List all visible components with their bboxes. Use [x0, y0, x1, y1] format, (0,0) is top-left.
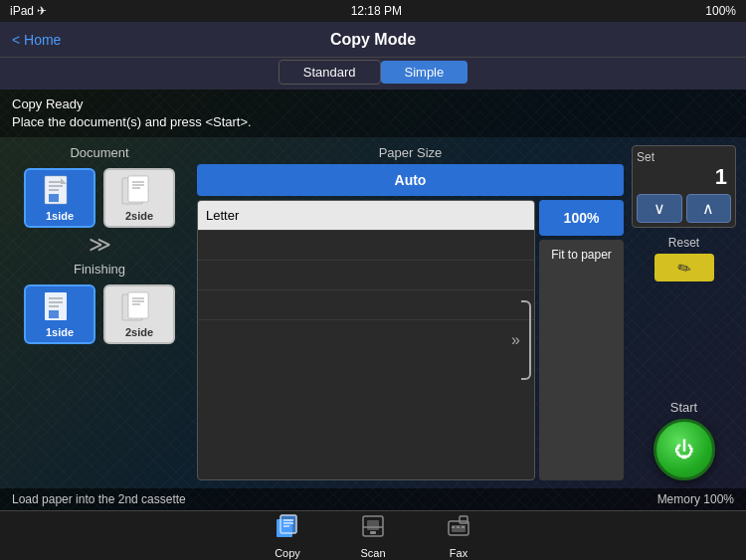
- svg-rect-30: [370, 531, 376, 534]
- bottom-status: Load paper into the 2nd cassette Memory …: [0, 488, 746, 510]
- reset-label: Reset: [668, 236, 699, 250]
- tab-standard[interactable]: Standard: [279, 60, 381, 85]
- home-button[interactable]: < Home: [12, 32, 61, 48]
- left-panel: Document 1side: [10, 145, 189, 480]
- copy-status-message: Copy Ready Place the document(s) and pre…: [0, 90, 746, 137]
- reset-section: Reset ✎: [632, 236, 736, 281]
- document-2side-button[interactable]: 2side: [103, 168, 175, 228]
- paper-item-2[interactable]: [198, 231, 534, 261]
- finishing-1side-label: 1side: [46, 326, 74, 338]
- paper-item-3[interactable]: [198, 261, 534, 290]
- finishing-1side-button[interactable]: 1side: [24, 284, 95, 344]
- bottom-status-right: Memory 100%: [657, 492, 734, 506]
- status-time: 12:18 PM: [351, 4, 402, 18]
- paper-list: Letter: [197, 200, 535, 480]
- bracket-area: »: [511, 200, 531, 480]
- svg-rect-28: [367, 520, 379, 530]
- start-label: Start: [670, 400, 697, 415]
- fax-icon: [446, 513, 471, 545]
- svg-rect-17: [128, 292, 148, 318]
- start-section: Start ⏻: [632, 400, 736, 480]
- scan-nav-label: Scan: [360, 547, 385, 559]
- zoom-fit-button[interactable]: Fit to paper: [539, 240, 624, 480]
- paper-size-label: Paper Size: [197, 145, 624, 160]
- set-value: 1: [637, 164, 731, 190]
- zoom-panel: » 100% Fit to paper: [539, 200, 624, 480]
- status-ipad: iPad ✈: [10, 4, 47, 18]
- copy-area: Document 1side: [0, 137, 746, 488]
- svg-rect-35: [457, 526, 460, 528]
- document-1side-icon: [41, 174, 79, 208]
- finishing-2side-button[interactable]: 2side: [103, 284, 175, 344]
- svg-rect-22: [280, 515, 296, 533]
- svg-rect-7: [128, 176, 148, 202]
- chevron-double-icon: »: [511, 331, 520, 349]
- main-content: Copy Ready Place the document(s) and pre…: [0, 90, 746, 510]
- copy-nav-label: Copy: [275, 547, 300, 559]
- set-increment-button[interactable]: ∧: [686, 194, 732, 223]
- svg-rect-5: [49, 194, 59, 202]
- status-line2: Place the document(s) and press <Start>.: [12, 114, 252, 129]
- status-bar: iPad ✈ 12:18 PM 100%: [0, 0, 746, 22]
- arrow-down: ≫: [10, 234, 189, 256]
- set-label: Set: [637, 150, 731, 164]
- status-line1: Copy Ready: [12, 96, 84, 111]
- bottom-nav: Copy Scan Fax: [0, 510, 746, 560]
- svg-rect-36: [462, 526, 465, 528]
- status-battery: 100%: [705, 4, 736, 18]
- reset-button[interactable]: ✎: [654, 254, 714, 281]
- copy-svg-icon: [275, 513, 300, 539]
- scan-icon: [360, 513, 386, 545]
- svg-rect-34: [452, 526, 455, 528]
- set-decrement-button[interactable]: ∨: [637, 194, 682, 223]
- zoom-100-button[interactable]: 100%: [539, 200, 624, 236]
- tab-simple[interactable]: Simple: [381, 61, 468, 84]
- document-2side-label: 2side: [125, 210, 153, 222]
- page-title: Copy Mode: [330, 31, 416, 49]
- svg-rect-15: [49, 310, 59, 318]
- copy-icon: [275, 513, 300, 545]
- finishing-label: Finishing: [10, 262, 189, 277]
- fax-svg-icon: [446, 513, 471, 539]
- finishing-1side-icon: [41, 290, 79, 324]
- tab-bar: Standard Simple: [0, 58, 746, 90]
- scan-svg-icon: [360, 513, 386, 539]
- start-button[interactable]: ⏻: [653, 419, 715, 480]
- finishing-2side-label: 2side: [125, 326, 153, 338]
- reset-icon: ✎: [673, 257, 694, 280]
- right-panel: Set 1 ∨ ∧ Reset ✎ Start ⏻: [632, 145, 736, 480]
- set-controls: ∨ ∧: [637, 194, 731, 223]
- bottom-nav-fax[interactable]: Fax: [446, 513, 471, 559]
- bottom-nav-copy[interactable]: Copy: [275, 513, 300, 559]
- paper-item-4[interactable]: [198, 290, 534, 320]
- document-label: Document: [10, 145, 189, 160]
- svg-rect-33: [460, 516, 467, 523]
- finishing-row: 1side 2side: [10, 284, 189, 344]
- document-row: 1side 2side: [10, 168, 189, 228]
- bottom-nav-scan[interactable]: Scan: [360, 513, 386, 559]
- set-box: Set 1 ∨ ∧: [632, 145, 736, 228]
- auto-button[interactable]: Auto: [197, 164, 624, 196]
- paper-item-letter[interactable]: Letter: [198, 201, 534, 231]
- document-1side-button[interactable]: 1side: [24, 168, 95, 228]
- start-icon: ⏻: [674, 439, 694, 462]
- middle-panel: Paper Size Auto Letter »: [197, 145, 624, 480]
- fax-nav-label: Fax: [450, 547, 467, 559]
- status-left: iPad ✈: [10, 4, 47, 18]
- finishing-2side-icon: [120, 290, 158, 324]
- paper-list-container: Letter » 100% Fit to paper: [197, 200, 624, 480]
- document-2side-icon: [120, 174, 158, 208]
- document-1side-label: 1side: [46, 210, 74, 222]
- bottom-status-left: Load paper into the 2nd cassette: [12, 492, 186, 506]
- nav-bar: < Home Copy Mode: [0, 22, 746, 58]
